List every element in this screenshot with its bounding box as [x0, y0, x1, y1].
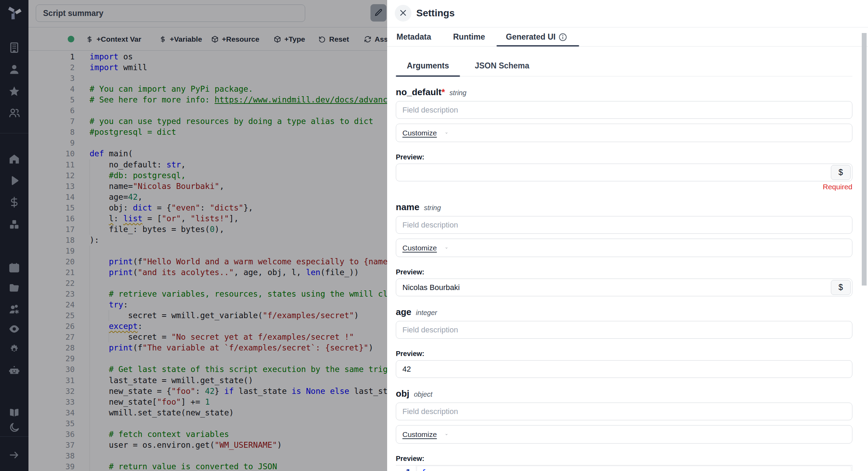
field-label-age: ageinteger [396, 307, 852, 318]
insert-variable-button[interactable]: $ [831, 280, 851, 295]
customize-expander-name[interactable]: Customize [396, 239, 852, 257]
active-subtab-underline [396, 75, 460, 77]
preview-input-no_default[interactable] [396, 164, 852, 181]
settings-drawer: Settings MetadataRuntimeGenerated UI Arg… [387, 0, 868, 471]
drawer-header: Settings [387, 0, 868, 27]
field-type: object [414, 390, 432, 398]
required-asterisk: * [441, 87, 445, 98]
close-button[interactable] [395, 5, 411, 22]
windmill-script-editor: +Context Var+Variable+Resource+TypeReset… [0, 0, 868, 471]
field-name: age [396, 307, 411, 317]
preview-row-name: $ [396, 279, 852, 296]
tab-runtime[interactable]: Runtime [453, 27, 485, 47]
close-icon [399, 9, 407, 18]
code-text: { [421, 465, 426, 471]
tab-metadata[interactable]: Metadata [397, 27, 431, 47]
preview-input-name[interactable] [396, 279, 852, 296]
subtab-json-schema[interactable]: JSON Schema [469, 55, 535, 76]
field-name: obj [396, 388, 409, 399]
field-description-input-obj[interactable] [396, 403, 852, 420]
required-note: Required [396, 183, 852, 191]
info-icon[interactable] [558, 33, 567, 42]
field-label-no_default: no_default*string [396, 87, 852, 98]
preview-label: Preview: [396, 153, 852, 162]
field-label-name: namestring [396, 202, 852, 213]
preview-input-age[interactable] [396, 360, 852, 378]
field-type: integer [416, 309, 437, 317]
field-description-input-no_default[interactable] [396, 101, 852, 119]
drawer-scrollbar[interactable] [862, 33, 867, 286]
drawer-backdrop[interactable] [0, 0, 387, 471]
generated-ui-subtabs: ArgumentsJSON Schema [396, 55, 852, 76]
field-name: no_default [396, 87, 441, 98]
preview-label: Preview: [396, 268, 852, 276]
drawer-content: ArgumentsJSON Schemano_default*stringCus… [396, 47, 852, 471]
json-preview-editor[interactable]: 1{2 "even": "dicts" [396, 465, 852, 471]
chevron-down-icon [441, 245, 448, 251]
customize-link[interactable]: Customize [402, 244, 437, 252]
field-description-input-age[interactable] [396, 321, 852, 339]
customize-expander-no_default[interactable]: Customize [396, 124, 852, 142]
preview-row-no_default: $ [396, 164, 852, 181]
field-type: string [450, 89, 467, 97]
chevron-down-icon [441, 431, 448, 438]
line-number: 1 [396, 465, 411, 471]
tab-label: Runtime [453, 32, 485, 42]
preview-label: Preview: [396, 350, 852, 358]
field-label-obj: objobject [396, 388, 852, 400]
field-type: string [424, 204, 441, 212]
field-description-input-name[interactable] [396, 216, 852, 234]
field-name: name [396, 202, 419, 213]
chevron-down-icon [441, 130, 448, 137]
insert-variable-button[interactable]: $ [831, 165, 851, 180]
settings-tabs: MetadataRuntimeGenerated UI [387, 27, 868, 47]
subtab-arguments[interactable]: Arguments [396, 55, 460, 76]
customize-link[interactable]: Customize [402, 430, 437, 439]
tab-label: Generated UI [506, 32, 556, 42]
tab-label: Metadata [397, 32, 431, 42]
drawer-title: Settings [416, 8, 454, 19]
preview-label: Preview: [396, 455, 852, 463]
customize-expander-obj[interactable]: Customize [396, 425, 852, 444]
customize-link[interactable]: Customize [402, 129, 437, 137]
json-code-line: 1{ [396, 465, 852, 471]
preview-row-age [396, 360, 852, 378]
tab-generated-ui[interactable]: Generated UI [506, 27, 567, 47]
